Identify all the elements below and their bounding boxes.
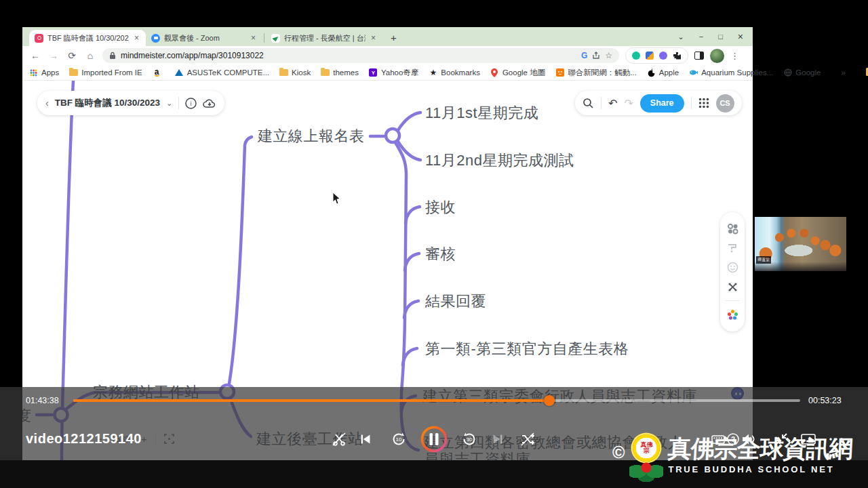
mindmap-node[interactable]: 11月1st星期完成 [425, 103, 538, 123]
lock-icon [109, 52, 116, 60]
bookmarks-bar: Apps Imported From IE a ASUSTeK COMPUTE.… [22, 65, 753, 81]
clip-scissors-icon[interactable] [330, 430, 348, 448]
bookmark-star-icon[interactable]: ☆ [605, 51, 612, 60]
bookmarks-overflow-chevron[interactable]: » [841, 68, 845, 77]
picture-in-picture-icon[interactable] [800, 430, 817, 448]
folder-icon [321, 68, 330, 77]
true-buddha-seal-logo: 真佛宗 [629, 434, 663, 485]
mindmap-node[interactable]: 第一類-第三類官方自產生表格 [425, 339, 629, 359]
bookmark-kiosk[interactable]: Kiosk [279, 68, 311, 77]
bookmark-amazon[interactable]: a [153, 68, 165, 77]
more-options-icon[interactable] [827, 430, 845, 448]
elapsed-time: 01:43:38 [26, 396, 59, 405]
bookmark-asustek[interactable]: ASUSTeK COMPUTE... [175, 68, 269, 77]
next-icon[interactable] [489, 430, 507, 448]
svg-text:i: i [191, 100, 192, 107]
tab-eva-air[interactable]: 行程管理 - 長榮航空 | 台灣 (繁 × [266, 30, 382, 46]
shuffle-off-icon[interactable] [519, 430, 536, 448]
bookmark-imported-from-ie[interactable]: Imported From IE [69, 68, 142, 77]
new-tab-button[interactable]: + [391, 32, 397, 43]
mindmap-node[interactable]: 11月2nd星期完成測試 [425, 150, 574, 171]
google-icon[interactable]: G [581, 51, 587, 60]
progress-played [73, 399, 549, 402]
extension-icon[interactable] [646, 52, 654, 60]
home-icon[interactable]: ⌂ [84, 50, 96, 61]
mindmeister-favicon [35, 34, 43, 43]
folder-icon [279, 68, 288, 77]
eva-air-favicon [271, 34, 280, 43]
meister-flower-icon[interactable] [727, 309, 738, 321]
address-bar[interactable]: mindmeister.com/app/map/3010913022 G ☆ [102, 48, 619, 63]
window-controls: ⌄ − □ × [678, 31, 753, 46]
style-brush-icon[interactable] [727, 242, 738, 253]
watermark-site-name-en: TRUE BUDDHA SCHOOL NET [668, 464, 852, 474]
tab-close-icon[interactable]: × [133, 33, 140, 43]
window-menu-icon[interactable]: ⌄ [678, 33, 684, 41]
side-panel-icon[interactable] [694, 52, 704, 60]
tab-close-icon[interactable]: × [370, 33, 377, 43]
mouse-cursor [332, 192, 342, 205]
tab-title: 行程管理 - 長榮航空 | 台灣 (繁 [284, 33, 366, 43]
bookmark-aquarium[interactable]: Aquarium Supplies... [689, 68, 773, 77]
apps-grid-icon[interactable] [698, 98, 709, 108]
amazon-icon: a [153, 68, 161, 77]
connections-icon[interactable] [727, 281, 738, 293]
bookmark-bookmarks[interactable]: ★Bookmarks [429, 68, 480, 77]
cloud-download-icon[interactable] [203, 98, 216, 109]
emoji-icon[interactable] [727, 262, 738, 273]
forward-30-icon[interactable]: 30 [460, 430, 478, 448]
tab-zoom[interactable]: 觀眾會後 - Zoom × [146, 30, 262, 46]
url-text: mindmeister.com/app/map/3010913022 [121, 51, 576, 60]
participant-name-label: 禪蓮堂 [756, 256, 771, 264]
info-icon[interactable]: i [185, 98, 197, 109]
tab-divider [264, 33, 264, 43]
previous-icon[interactable] [357, 430, 374, 448]
bookmark-google-maps[interactable]: Google 地圖 [490, 68, 545, 78]
tab-close-icon[interactable]: × [250, 33, 257, 43]
bookmark-apple[interactable]: Apple [647, 68, 679, 77]
share-button[interactable]: Share [640, 94, 684, 113]
pause-button[interactable] [420, 425, 448, 453]
meeting-video-thumbnail[interactable]: 禪蓮堂 [755, 217, 846, 271]
title-dropdown-icon[interactable]: ⌄ [166, 99, 172, 108]
grammarly-icon[interactable] [632, 52, 640, 60]
reload-icon[interactable]: ⟳ [66, 50, 78, 61]
puzzle-extensions-icon[interactable] [673, 52, 682, 60]
share-icon[interactable] [592, 52, 600, 60]
bookmark-themes[interactable]: themes [321, 68, 359, 77]
volume-icon[interactable] [740, 430, 757, 448]
bookmark-apps[interactable]: Apps [29, 68, 59, 77]
minimize-icon[interactable]: − [699, 33, 703, 41]
tab-title: TBF 臨時會議 10/30/2023 - Min [47, 33, 129, 43]
copyright-symbol: © [612, 443, 625, 462]
maps-pin-icon [490, 68, 499, 77]
mindmap-node[interactable]: 審核 [425, 244, 456, 264]
bookmark-yahoo[interactable]: YYahoo奇摩 [369, 68, 418, 78]
search-icon[interactable] [583, 98, 594, 109]
mindmap-node[interactable]: 接收 [425, 197, 456, 218]
close-icon[interactable]: × [738, 31, 743, 42]
back-icon[interactable]: ← [29, 50, 41, 61]
bookmark-google[interactable]: Google [783, 68, 821, 77]
progress-bar[interactable] [73, 399, 800, 402]
user-avatar[interactable]: CS [716, 94, 734, 113]
map-side-toolbar [720, 212, 745, 331]
maximize-icon[interactable]: □ [718, 33, 723, 41]
undo-icon[interactable]: ↶ [608, 97, 617, 110]
rewind-10-icon[interactable]: 10 [390, 430, 408, 448]
layout-dots-icon[interactable] [727, 223, 738, 235]
mindmap-node[interactable]: 結果回覆 [425, 291, 486, 312]
forward-seconds: 30 [460, 436, 478, 443]
mindmap-node[interactable]: 建立線上報名表 [258, 126, 365, 146]
tab-mindmeister[interactable]: TBF 臨時會議 10/30/2023 - Min × [29, 30, 146, 46]
back-chevron-icon[interactable]: ‹ [45, 98, 49, 108]
zoom-favicon [151, 34, 160, 43]
map-title[interactable]: TBF 臨時會議 10/30/2023 [55, 97, 160, 109]
bookmark-udn-news[interactable]: 聯合新聞網：觸動... [555, 68, 637, 78]
collapse-fullscreen-icon[interactable] [772, 430, 790, 448]
forward-icon[interactable]: → [47, 50, 60, 61]
redo-icon[interactable]: ↷ [624, 97, 633, 110]
profile-avatar[interactable] [710, 49, 724, 63]
browser-menu-icon[interactable]: ⋮ [730, 51, 739, 61]
extension-face-icon[interactable] [659, 52, 667, 60]
